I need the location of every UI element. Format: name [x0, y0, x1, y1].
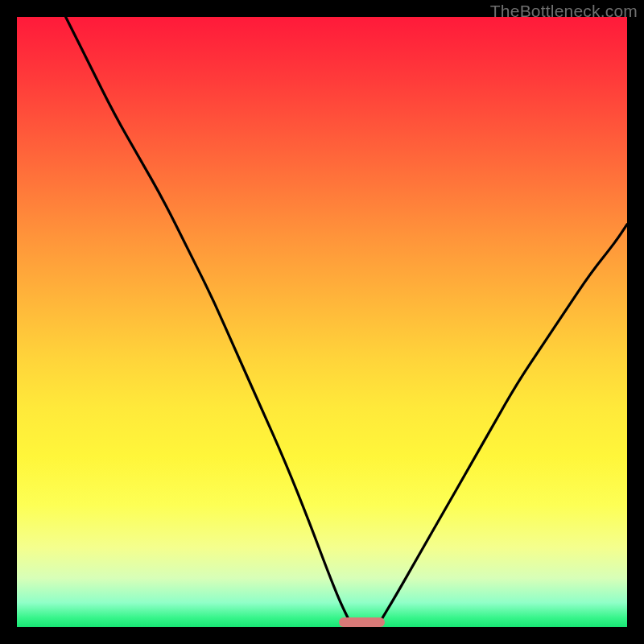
curve-right	[377, 225, 627, 627]
chart-frame: TheBottleneck.com	[0, 0, 644, 644]
curve-left	[66, 17, 353, 627]
plot-area	[17, 17, 627, 627]
bottleneck-curve	[17, 17, 627, 627]
optimum-marker	[339, 617, 385, 627]
watermark-text: TheBottleneck.com	[490, 2, 638, 21]
